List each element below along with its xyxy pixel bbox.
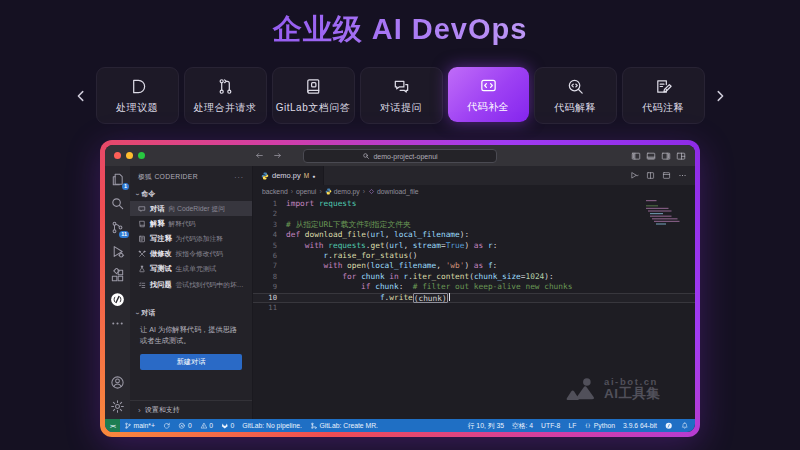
breadcrumb-item[interactable]: openui [296,188,316,195]
chevron-left-icon [74,89,88,103]
tanuki-icon [221,422,229,430]
sidebar-command[interactable]: 找问题尝试找到代码中的坏… [130,277,252,292]
badge: 11 [119,231,129,239]
activity-settings-button[interactable] [110,399,125,414]
status-item[interactable] [661,419,677,432]
feature-tab[interactable]: 处理议题 [96,67,179,124]
run-button[interactable] [630,171,639,180]
panel-right-button[interactable] [661,151,671,161]
tools-icon [138,250,146,258]
nav-forward-button[interactable] [273,151,282,160]
sidebar-command[interactable]: 写测试生成单元测试 [130,262,252,277]
status-item[interactable]: LF [564,419,580,432]
page: 企业级 AI DevOps 处理议题处理合并请求GitLab文档问答对话提问代码… [0,0,800,450]
note-icon [138,235,146,243]
new-chat-button[interactable]: 新建对话 [140,354,242,370]
sidebar-footer[interactable]: › 设置和支持 [130,400,252,419]
chevron-down-icon: › [134,312,141,314]
status-item[interactable]: GitLab: Create MR. [306,419,382,432]
status-item[interactable]: {}Python [580,419,619,432]
activity-files-button[interactable]: 1 [110,172,125,187]
activity-extensions-button[interactable] [110,268,125,283]
beaker-icon [138,265,146,273]
layout-button[interactable] [676,151,686,161]
status-item[interactable]: 3.9.6 64-bit [619,419,661,432]
section-commands[interactable]: › 命令 [130,186,252,201]
sidebar-header: 极狐 CODERIDER ··· [130,166,252,186]
status-item[interactable]: main*+ [120,419,159,432]
status-item[interactable]: 行 10, 列 35 [464,419,508,432]
chat-icon [392,77,411,96]
activity-coderider-button[interactable] [110,292,125,307]
annotate-icon [654,77,673,96]
feature-tab[interactable]: 处理合并请求 [184,67,267,124]
split-button[interactable] [646,171,655,180]
sidebar-command[interactable]: 写注释为代码添加注释 [130,231,252,246]
bell-icon [681,422,689,430]
breadcrumb: backend›openui›demo.py›download_file [253,185,695,197]
status-item[interactable] [159,419,175,432]
sidebar-command[interactable]: 对话向 CodeRider 提问 [130,201,252,216]
warning-icon [200,422,208,430]
status-item[interactable]: 0 [217,419,238,432]
status-item[interactable]: GitLab: No pipeline. [238,419,306,432]
command-center-search[interactable]: demo-project-openui [303,149,497,163]
chevron-down-icon: › [134,193,141,195]
sidebar-command[interactable]: 解释解释代码 [130,216,252,231]
layout-sm-button[interactable] [662,171,671,180]
titlebar: demo-project-openui [105,145,695,166]
zoom-button[interactable] [138,152,145,159]
minimap[interactable] [646,199,690,233]
feature-tab[interactable]: 代码解释 [534,67,617,124]
feature-tab[interactable]: 代码注释 [622,67,705,124]
feature-tab[interactable]: 代码补全 [448,67,529,122]
activity-debug-button[interactable] [110,244,125,259]
minimize-button[interactable] [126,152,133,159]
feature-tabs: 处理议题处理合并请求GitLab文档问答对话提问代码补全代码解释代码注释 [96,67,705,124]
activity-source-control-button[interactable]: 11 [110,220,125,235]
activity-account-button[interactable] [110,375,125,390]
status-bar: ><main*+000GitLab: No pipeline.GitLab: C… [105,419,695,432]
feature-tab[interactable]: GitLab文档问答 [272,67,355,124]
feature-tab[interactable]: 对话提问 [360,67,443,124]
chevron-right-icon: › [138,406,141,415]
code-line: 1import requests [253,199,695,209]
carousel-prev-button[interactable] [73,88,89,104]
tab-bar: demo.py M ● [253,166,695,185]
panel-bottom-button[interactable] [646,151,656,161]
code-line: 11 [253,303,695,313]
traffic-lights [114,152,145,159]
editor-actions [630,166,695,185]
activity-search-button[interactable] [110,196,125,211]
watermark-name: AI工具集 [604,387,661,402]
status-item[interactable]: 0 [174,419,195,432]
sidebar-more-button[interactable]: ··· [234,174,244,181]
activity-more-button[interactable] [110,316,125,331]
workspace-name: demo-project-openui [373,153,437,160]
status-item[interactable] [677,419,693,432]
status-item[interactable]: 空格: 4 [508,419,537,432]
breadcrumb-item[interactable]: backend [262,188,288,195]
code-line: 3# 从指定URL下载文件到指定文件夹 [253,220,695,230]
status-item[interactable]: >< [105,419,120,432]
tab-demo-py[interactable]: demo.py M ● [253,166,324,185]
nav-back-button[interactable] [255,151,264,160]
sidebar-title: 极狐 CODERIDER [138,172,198,182]
more-h-button[interactable] [678,171,687,180]
sidebar-command[interactable]: 做修改按指令修改代码 [130,247,252,262]
breadcrumb-item[interactable]: demo.py [325,188,360,195]
braces-icon: {} [584,422,592,430]
panel-left-button[interactable] [631,151,641,161]
code-line: 10 f.write(chunk) [253,293,695,303]
close-button[interactable] [114,152,121,159]
sidebar: 极狐 CODERIDER ··· › 命令 对话向 CodeRider 提问解释… [130,166,253,419]
code-line: 4def download_file(url, local_filename): [253,230,695,240]
badge: 1 [122,183,129,191]
carousel-next-button[interactable] [712,88,728,104]
section-chat[interactable]: › 对话 [130,305,252,320]
code-line: 8 for chunk in r.iter_content(chunk_size… [253,272,695,282]
modified-badge: M [304,172,309,179]
breadcrumb-item[interactable]: download_file [368,188,419,195]
status-item[interactable]: UTF-8 [537,419,564,432]
status-item[interactable]: 0 [196,419,217,432]
